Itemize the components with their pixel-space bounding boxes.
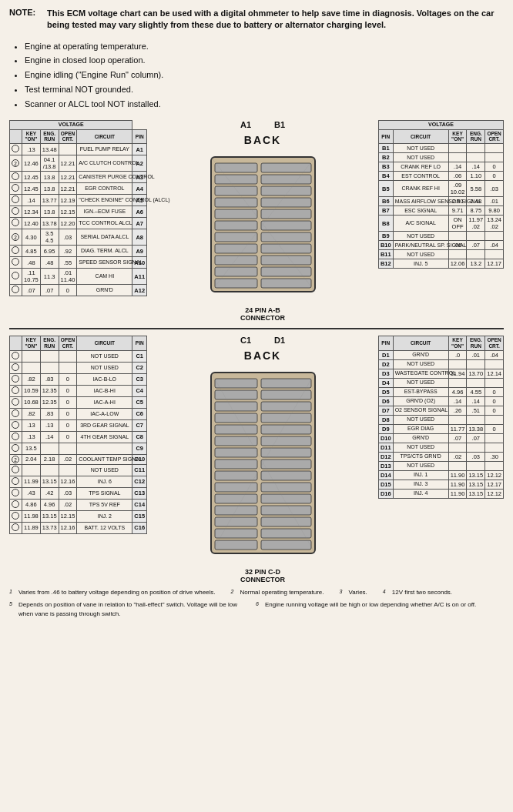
circle-cell bbox=[10, 350, 22, 362]
col-key-on-right-ab: KEY"ON" bbox=[448, 129, 467, 144]
circuit-cell: NOT USED bbox=[393, 250, 448, 259]
open-crt-cell: 12.15 bbox=[59, 206, 77, 218]
open-crt-cell: 0 bbox=[485, 162, 504, 172]
pin-cell: C1 bbox=[132, 350, 147, 362]
open-crt-cell: 0 bbox=[59, 396, 77, 408]
table-row: D12 TPS/CTS GRN'D .02 .03 .30 bbox=[378, 452, 503, 461]
eng-run-cell: 13.48 bbox=[40, 144, 59, 155]
svg-rect-46 bbox=[261, 436, 311, 446]
circuit-cell: COOLANT TEMP SIGNAL bbox=[77, 454, 132, 464]
open-crt-cell bbox=[485, 461, 504, 470]
pin-cell: C3 bbox=[132, 373, 147, 385]
circle-cell bbox=[10, 257, 22, 269]
table-row: D5 EST-BYPASS 4.96 4.55 0 bbox=[378, 387, 503, 396]
footnote-item: 1Varies from .46 to battery voltage depe… bbox=[9, 588, 216, 597]
ab-connector-svg bbox=[203, 149, 323, 303]
open-crt-cell: 12.16 bbox=[59, 476, 77, 487]
svg-rect-55 bbox=[261, 540, 311, 550]
col-pin-right-ab: PIN bbox=[378, 129, 393, 144]
circle-cell bbox=[10, 373, 22, 385]
eng-run-cell: 11.3 bbox=[40, 269, 59, 285]
circuit-cell: NOT USED bbox=[393, 144, 448, 153]
pin-cell: B10 bbox=[378, 241, 393, 250]
open-crt-cell: 12.16 bbox=[59, 522, 77, 533]
table-row: B4 EST CONTROL .06 1.10 0 bbox=[378, 172, 503, 181]
pin-cell: B6 bbox=[378, 197, 393, 206]
svg-rect-20 bbox=[261, 256, 311, 265]
open-crt-cell: 12.12 bbox=[485, 470, 504, 480]
svg-rect-30 bbox=[215, 425, 257, 434]
table-row: B3 CRANK REF LO .14 .14 0 bbox=[378, 162, 503, 172]
page: NOTE: This ECM voltage chart can be used… bbox=[0, 0, 513, 627]
key-on-cell: .02 bbox=[448, 452, 467, 461]
circuit-cell: NOT USED bbox=[77, 362, 132, 373]
key-on-cell bbox=[22, 464, 41, 476]
table-row: B9 NOT USED bbox=[378, 232, 503, 241]
eng-run-cell: .03 bbox=[467, 452, 485, 461]
circuit-cell: ESC SIGNAL bbox=[393, 206, 448, 216]
key-on-cell: 11.90 bbox=[448, 480, 467, 489]
key-on-cell: 10.59 bbox=[22, 385, 41, 396]
circuit-cell: CANISTER PURGE CONTROL bbox=[77, 172, 132, 183]
svg-rect-6 bbox=[215, 221, 257, 230]
right-cd-table: PIN CIRCUIT KEY"ON" ENG.RUN OPENCRT. D1 … bbox=[378, 336, 504, 499]
eng-run-cell: .48 bbox=[40, 257, 59, 269]
key-on-cell: 12.34 bbox=[22, 206, 41, 218]
svg-rect-27 bbox=[215, 390, 257, 399]
key-on-cell: 12.46 bbox=[22, 155, 41, 172]
svg-rect-22 bbox=[261, 279, 311, 288]
pin-cell: A10 bbox=[132, 257, 147, 269]
table-row: D4 NOT USED bbox=[378, 378, 503, 387]
open-crt-cell bbox=[59, 443, 77, 454]
key-on-cell: .43 bbox=[22, 487, 41, 499]
col-open-crt-right-cd: OPENCRT. bbox=[485, 336, 504, 351]
eng-run-cell: 11.97 .02 bbox=[467, 216, 485, 232]
table-row: 4.85 6.95 .92 DIAG. TERM. ALCL A9 bbox=[10, 246, 147, 257]
left-ab-table: VOLTAGE KEY"ON" ENG.RUN OPENCRT. CIRCUIT… bbox=[9, 120, 147, 296]
key-on-cell bbox=[448, 153, 467, 162]
table-row: 11.89 13.73 12.16 BATT. 12 VOLTS C16 bbox=[10, 522, 147, 533]
open-crt-cell bbox=[485, 144, 504, 153]
eng-run-cell: 13.2 bbox=[467, 259, 485, 269]
svg-rect-39 bbox=[215, 529, 257, 538]
circle-cell: 2 bbox=[10, 454, 22, 464]
open-crt-cell: .04 bbox=[485, 241, 504, 250]
circle-cell bbox=[10, 246, 22, 257]
pin-cell: C11 bbox=[132, 464, 147, 476]
open-crt-cell bbox=[485, 415, 504, 424]
open-crt-cell: 0 bbox=[485, 387, 504, 396]
table-row: .13 .13 0 3RD GEAR SIGNAL C7 bbox=[10, 419, 147, 431]
left-ab-voltage-header: VOLTAGE bbox=[10, 121, 132, 129]
eng-run-cell: 13.15 bbox=[40, 476, 59, 487]
eng-run-cell bbox=[467, 415, 485, 424]
table-row: B10 PARK/NEUTRAL SP. SIGNAL .06 .07 .04 bbox=[378, 241, 503, 250]
circuit-cell: NOT USED bbox=[77, 350, 132, 362]
eng-run-cell: .13 bbox=[40, 419, 59, 431]
note-text: This ECM voltage chart can be used with … bbox=[47, 8, 504, 32]
col-eng-run-right-cd: ENG.RUN bbox=[467, 336, 485, 351]
table-row: B7 ESC SIGNAL 9.71 8.75 9.80 bbox=[378, 206, 503, 216]
eng-run-cell: 4.55 bbox=[467, 387, 485, 396]
open-crt-cell bbox=[59, 144, 77, 155]
circle-cell bbox=[10, 362, 22, 373]
open-crt-cell: 12.17 bbox=[485, 480, 504, 489]
eng-run-cell bbox=[467, 461, 485, 470]
footnote-num: 2 bbox=[231, 588, 239, 596]
cd-connector-center: C1 D1 BACK bbox=[147, 336, 378, 583]
table-row: D1 GRN'D .0 .01 .04 bbox=[378, 350, 503, 359]
pin-cell: D14 bbox=[378, 470, 393, 480]
circuit-cell: A/C CLUTCH CONTROL bbox=[77, 155, 132, 172]
table-row: D14 INJ. 1 11.90 13.15 12.12 bbox=[378, 470, 503, 480]
table-row: D3 WASTEGATE CONTROL 11.94 13.70 12.14 bbox=[378, 369, 503, 378]
open-crt-cell bbox=[485, 433, 504, 443]
open-crt-cell bbox=[485, 153, 504, 162]
cd-connector-section: KEY"ON" ENG.RUN OPENCRT. CIRCUIT PIN NOT… bbox=[9, 336, 504, 583]
section-divider bbox=[9, 328, 504, 329]
key-on-cell: .14 bbox=[22, 195, 41, 206]
eng-run-cell: 2.18 bbox=[40, 454, 59, 464]
footnote-num: 3 bbox=[340, 588, 347, 596]
key-on-cell: .11 10.75 bbox=[22, 269, 41, 285]
eng-run-cell: 13.15 bbox=[467, 489, 485, 498]
circuit-cell: GRN'D bbox=[393, 350, 448, 359]
open-crt-cell bbox=[485, 359, 504, 369]
